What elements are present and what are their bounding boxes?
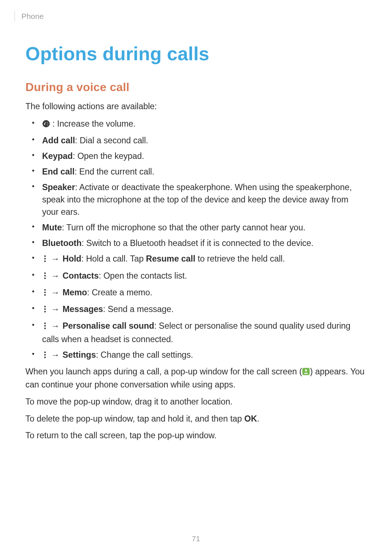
list-item-label: Keypad xyxy=(42,151,73,161)
list-item: End call: End the current call. xyxy=(25,165,367,178)
page-number: 71 xyxy=(0,535,392,543)
arrow-glyph: → xyxy=(51,286,59,299)
arrow-glyph: → xyxy=(51,253,59,265)
svg-point-0 xyxy=(42,120,50,127)
list-item-text: : Dial a second call. xyxy=(75,136,148,145)
list-item-label: Add call xyxy=(42,136,75,145)
svg-point-10 xyxy=(44,294,46,295)
list-item-text-tail: to retrieve the held call. xyxy=(195,254,285,263)
list-item: → Contacts: Open the contacts list. xyxy=(25,270,367,283)
svg-point-15 xyxy=(44,325,46,327)
list-item-text: : Open the keypad. xyxy=(73,151,144,161)
list-item-text: : Activate or deactivate the speakerphon… xyxy=(42,182,352,217)
paragraph-delete-bold: OK xyxy=(244,414,257,423)
header-divider xyxy=(15,11,15,22)
section-title: During a voice call xyxy=(25,81,367,94)
paragraph-move: To move the pop-up window, drag it to an… xyxy=(25,396,367,408)
list-item: Add call: Dial a second call. xyxy=(25,134,367,147)
more-options-icon xyxy=(42,271,48,283)
svg-point-17 xyxy=(44,352,46,353)
popup-paragraph: When you launch apps during a call, a po… xyxy=(25,366,367,391)
list-item-text: : Turn off the microphone so that the ot… xyxy=(62,223,305,232)
list-item-label: Hold xyxy=(62,254,81,263)
paragraph-return: To return to the call screen, tap the po… xyxy=(25,430,367,442)
list-item-text: : End the current call. xyxy=(74,167,154,176)
paragraph-delete-pre: To delete the pop-up window, tap and hol… xyxy=(25,414,244,423)
list-item-text: : Switch to a Bluetooth headset if it is… xyxy=(82,238,314,248)
svg-point-21 xyxy=(305,369,307,372)
list-item: Mute: Turn off the microphone so that th… xyxy=(25,221,367,234)
page-title: Options during calls xyxy=(25,43,367,65)
more-options-icon xyxy=(42,321,48,333)
svg-point-1 xyxy=(44,124,45,125)
list-item-label: Mute xyxy=(42,223,62,232)
extra-volume-icon xyxy=(42,119,50,131)
list-item: Keypad: Open the keypad. xyxy=(25,150,367,162)
arrow-glyph: → xyxy=(51,270,59,282)
arrow-glyph: → xyxy=(51,349,59,361)
list-item-text: : Send a message. xyxy=(103,304,173,314)
list-item-label: End call xyxy=(42,167,74,176)
svg-point-13 xyxy=(44,311,46,312)
svg-point-16 xyxy=(44,328,46,329)
popup-paragraph-pre: When you launch apps during a call, a po… xyxy=(25,367,302,376)
svg-point-6 xyxy=(44,275,46,276)
list-item-label: Memo xyxy=(62,288,87,297)
paragraph-delete-post: . xyxy=(257,414,259,423)
svg-point-18 xyxy=(44,354,46,356)
svg-point-2 xyxy=(44,255,46,257)
svg-point-11 xyxy=(44,305,46,307)
list-item-label: Contacts xyxy=(62,271,99,280)
inline-bold: Resume call xyxy=(146,254,195,263)
list-item: → Hold: Hold a call. Tap Resume call to … xyxy=(25,253,367,266)
list-item-text: : Create a memo. xyxy=(87,288,152,297)
list-item-text: : Hold a call. Tap xyxy=(81,254,146,263)
list-item-label: Settings xyxy=(62,350,96,360)
list-item: → Messages: Send a message. xyxy=(25,303,367,316)
list-item: → Personalise call sound: Select or pers… xyxy=(25,320,367,345)
list-item: → Settings: Change the call settings. xyxy=(25,349,367,362)
more-options-icon xyxy=(42,350,48,362)
document-page: Phone Options during calls During a voic… xyxy=(0,0,392,554)
svg-point-14 xyxy=(44,323,46,324)
list-item: Speaker: Activate or deactivate the spea… xyxy=(25,181,367,218)
svg-point-5 xyxy=(44,272,46,274)
more-options-icon xyxy=(42,287,48,300)
svg-point-19 xyxy=(44,357,46,358)
arrow-glyph: → xyxy=(51,303,59,315)
running-header: Phone xyxy=(15,11,367,22)
list-item-label: Bluetooth xyxy=(42,238,82,248)
more-options-icon xyxy=(42,304,48,316)
svg-point-4 xyxy=(44,260,46,262)
header-section-label: Phone xyxy=(21,12,44,21)
svg-point-7 xyxy=(44,277,46,279)
svg-point-9 xyxy=(44,291,46,293)
list-item-label: Personalise call sound xyxy=(62,321,154,331)
list-item: Bluetooth: Switch to a Bluetooth headset… xyxy=(25,237,367,249)
intro-text: The following actions are available: xyxy=(25,100,367,112)
more-options-icon xyxy=(42,254,48,266)
list-item-label: Messages xyxy=(62,304,103,314)
actions-list: : Increase the volume. Add call: Dial a … xyxy=(25,118,367,362)
svg-point-8 xyxy=(44,289,46,290)
list-item-text: : Increase the volume. xyxy=(50,119,135,128)
list-item-text: : Change the call settings. xyxy=(96,350,193,360)
paragraph-delete: To delete the pop-up window, tap and hol… xyxy=(25,413,367,425)
list-item: : Increase the volume. xyxy=(25,118,367,131)
svg-point-12 xyxy=(44,308,46,309)
call-popup-icon xyxy=(302,367,310,379)
arrow-glyph: → xyxy=(51,320,59,332)
list-item-text: : Open the contacts list. xyxy=(99,271,187,280)
list-item-label: Speaker xyxy=(42,182,75,192)
svg-point-3 xyxy=(44,258,46,259)
list-item: → Memo: Create a memo. xyxy=(25,286,367,300)
